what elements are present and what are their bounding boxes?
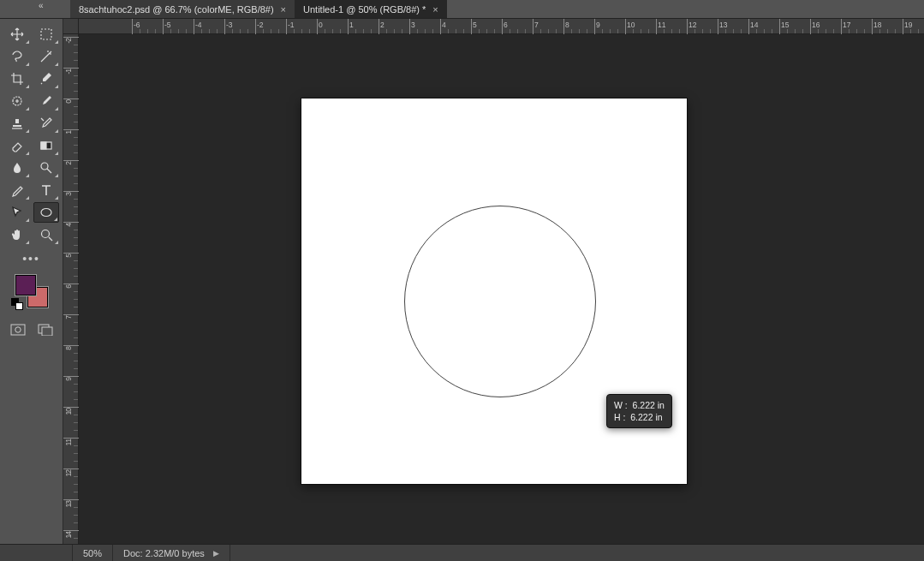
toolbox-more-icon[interactable]: ••• [22, 252, 40, 266]
patch-tool[interactable] [4, 91, 30, 111]
horizontal-ruler[interactable]: -6-5-4-3-2-10123456789101112131415161718… [79, 19, 924, 34]
doc-size[interactable]: Doc: 2.32M/0 bytes ▶ [113, 545, 230, 561]
tooltip-w-label: W : [614, 400, 628, 410]
status-bar: 50% Doc: 2.32M/0 bytes ▶ [0, 544, 924, 561]
close-icon[interactable]: × [432, 4, 438, 15]
foreground-color-swatch[interactable] [15, 274, 37, 296]
move-tool[interactable] [4, 24, 30, 45]
tab-label: 8sachtuhoc2.psd @ 66.7% (colorME, RGB/8#… [79, 4, 274, 15]
brush-tool[interactable] [33, 91, 59, 111]
vertical-ruler[interactable]: -2-10123456789101112131415 [63, 34, 79, 544]
close-icon[interactable]: × [281, 4, 286, 15]
canvas-viewport[interactable]: W : 6.222 in H : 6.222 in [79, 34, 924, 544]
gradient-tool[interactable] [33, 135, 59, 156]
pen-tool[interactable] [4, 180, 30, 200]
lasso-tool[interactable] [4, 46, 30, 67]
tooltip-w-value: 6.222 in [633, 400, 665, 410]
tab-label: Untitled-1 @ 50% (RGB/8#) * [303, 4, 426, 15]
svg-point-4 [41, 209, 51, 217]
document-tab[interactable]: Untitled-1 @ 50% (RGB/8#) *× [295, 0, 447, 18]
svg-rect-6 [11, 325, 25, 335]
canvas-area[interactable]: -6-5-4-3-2-10123456789101112131415161718… [63, 19, 924, 544]
dimension-tooltip: W : 6.222 in H : 6.222 in [606, 394, 672, 428]
blur-tool[interactable] [4, 158, 30, 178]
zoom-tool[interactable] [33, 224, 59, 245]
tooltip-h-label: H : [614, 412, 625, 422]
zoom-level[interactable]: 50% [72, 545, 113, 561]
tooltip-h-value: 6.222 in [630, 412, 662, 422]
color-swatches[interactable] [15, 274, 49, 308]
quickmask-icon[interactable] [10, 324, 26, 336]
quick-select-tool[interactable] [33, 46, 59, 67]
eyedropper-tool[interactable] [33, 69, 59, 89]
stamp-tool[interactable] [4, 113, 30, 134]
history-brush-tool[interactable] [33, 113, 59, 134]
svg-rect-9 [42, 327, 52, 336]
chevron-right-icon: ▶ [213, 549, 219, 558]
ruler-origin[interactable] [63, 19, 79, 34]
eraser-tool[interactable] [4, 135, 30, 156]
dodge-tool[interactable] [33, 158, 59, 178]
document-tab[interactable]: 8sachtuhoc2.psd @ 66.7% (colorME, RGB/8#… [70, 0, 295, 18]
screenmode-icon[interactable] [38, 324, 53, 336]
svg-point-7 [15, 327, 20, 332]
svg-rect-0 [41, 29, 51, 39]
expand-chevron-icon[interactable]: « [39, 1, 42, 10]
toolbox: ••• [0, 19, 63, 544]
document-tabs: 8sachtuhoc2.psd @ 66.7% (colorME, RGB/8#… [0, 0, 924, 19]
svg-point-3 [41, 163, 48, 170]
ellipse-shape[interactable] [404, 206, 596, 397]
path-select-tool[interactable] [4, 202, 30, 223]
type-tool[interactable] [33, 180, 59, 200]
svg-point-5 [41, 230, 49, 238]
ellipse-tool[interactable] [33, 202, 59, 223]
hand-tool[interactable] [4, 224, 30, 245]
default-colors-icon[interactable] [11, 298, 23, 310]
svg-rect-2 [41, 142, 46, 149]
marquee-tool[interactable] [33, 24, 59, 45]
crop-tool[interactable] [4, 69, 30, 89]
